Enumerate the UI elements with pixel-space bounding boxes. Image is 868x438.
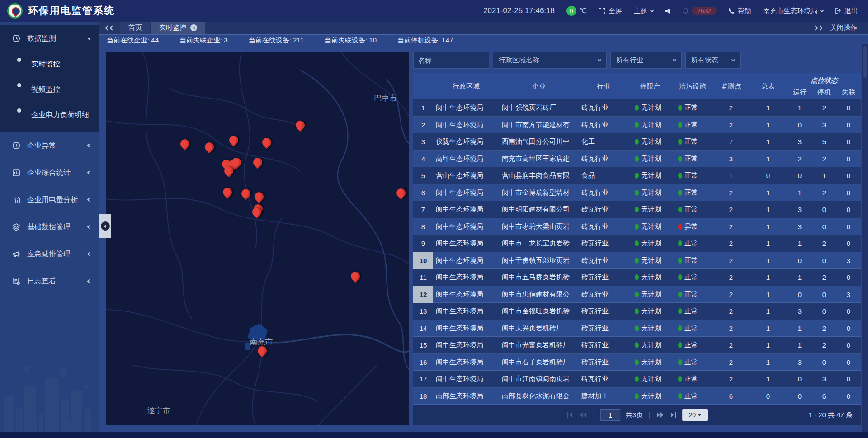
cell-treatment-status: 正常: [672, 151, 713, 168]
column-run: 运行: [788, 85, 812, 99]
notification-count-badge: 2632: [692, 7, 717, 15]
sidebar-item-基础数据管理[interactable]: 基础数据管理: [0, 213, 99, 240]
sidebar-item-企业综合统计[interactable]: 企业综合统计: [0, 159, 99, 186]
cell-row-number: 2: [413, 117, 433, 134]
tabs-scroll-left-button[interactable]: [99, 22, 120, 34]
cell-lost-count: 3: [836, 286, 861, 303]
cell-row-number: 12: [413, 286, 433, 303]
map-city-label: 巴中市: [374, 93, 397, 104]
cell-region: 阆中生态环境局: [433, 269, 499, 286]
sidebar-group: 企业综合统计: [0, 159, 99, 186]
status-dot-green: [678, 274, 682, 280]
table-row[interactable]: 5营山生态环境局营山县润丰肉食品有限食品无计划正常10010: [413, 167, 861, 184]
table-row[interactable]: 14阆中生态环境局阆中大兴页岩机砖厂砖瓦行业无计划正常21120: [413, 320, 861, 337]
status-filter-select[interactable]: 所有状态: [685, 52, 741, 69]
cell-monitor-count: 2: [713, 184, 749, 202]
cell-production-status: 无计划: [628, 218, 672, 235]
industry-filter-select[interactable]: 所有行业: [610, 52, 682, 69]
double-chevron-right-icon[interactable]: [814, 26, 822, 30]
next-page-button[interactable]: [656, 412, 664, 418]
column-stop: 停机: [812, 85, 836, 99]
chevron-down-icon: [598, 57, 601, 61]
status-dot-green: [678, 325, 682, 331]
first-page-button[interactable]: [566, 412, 574, 418]
cell-meter-count: 1: [749, 133, 788, 151]
cell-row-number: 1: [413, 99, 433, 117]
column-company: 企业: [499, 73, 579, 99]
cell-stop-count: 0: [812, 218, 836, 235]
last-page-button[interactable]: [670, 412, 677, 418]
tabs-container: 首页实时监控✕: [120, 22, 206, 34]
close-operations-button[interactable]: 关闭操作: [830, 24, 857, 32]
table-row[interactable]: 3仪陇生态环境局西南油气田分公司川中化工无计划正常71350: [413, 133, 861, 151]
stat-item: 当前失联企业: 3: [179, 36, 228, 45]
sidebar-item-日志查看[interactable]: 日志查看: [0, 268, 99, 295]
table-row[interactable]: 15阆中生态环境局阆中市光富页岩机砖厂砖瓦行业无计划正常21120: [413, 337, 861, 354]
cell-company: 阆中市忠信建材有限公: [499, 286, 579, 303]
sidebar-item-企业用电量分析[interactable]: 企业用电量分析: [0, 186, 99, 213]
org-dropdown[interactable]: 南充市生态环境局: [763, 7, 823, 15]
page-input[interactable]: [600, 409, 620, 421]
cell-company: 阆中市二龙长宝页岩砖: [499, 235, 579, 252]
notifications[interactable]: 2632: [683, 7, 717, 15]
status-dot-green: [635, 359, 639, 365]
page-size-select[interactable]: 20: [682, 409, 708, 421]
table-row[interactable]: 18南部生态环境局南部县双化水泥有限公建材加工无计划正常60060: [413, 388, 861, 405]
table-row[interactable]: 2阆中生态环境局阆中市南方节能建材有砖瓦行业无计划正常21030: [413, 117, 861, 134]
exit-button[interactable]: 退出: [835, 7, 858, 15]
table-row[interactable]: 6阆中生态环境局阆中市金博瑞新型墙材砖瓦行业无计划正常21120: [413, 184, 861, 202]
cell-meter-count: 1: [749, 99, 788, 117]
table-row[interactable]: 9阆中生态环境局阆中市二龙长宝页岩砖砖瓦行业无计划正常21120: [413, 235, 861, 252]
column-production: 停限产: [628, 73, 672, 99]
cell-meter-count: 0: [749, 167, 788, 184]
total-pages-label: 共3页: [626, 411, 643, 419]
vertical-scrollbar[interactable]: [862, 44, 868, 432]
sidebar-item-企业异常[interactable]: 企业异常: [0, 132, 99, 159]
help-button[interactable]: 帮助: [728, 7, 751, 15]
table-row[interactable]: 10阆中生态环境局阆中千佛镇五郎垭页岩砖瓦行业无计划正常21003: [413, 252, 861, 269]
cell-monitor-count: 2: [713, 354, 749, 371]
cell-treatment-status: 正常: [672, 337, 713, 354]
chevron-left-icon: [87, 171, 91, 174]
table-row[interactable]: 11阆中生态环境局阆中市五马桥页岩机砖砖瓦行业无计划正常21120: [413, 269, 861, 286]
speaker-muted-icon[interactable]: [665, 8, 671, 14]
status-dot-green: [678, 359, 682, 365]
tab-首页[interactable]: 首页: [120, 22, 150, 34]
cell-industry: 砖瓦行业: [579, 337, 628, 354]
table-row[interactable]: 17阆中生态环境局阆中市江南镇阆南页岩砖瓦行业无计划正常21030: [413, 371, 861, 388]
cell-production-status: 无计划: [628, 320, 672, 337]
stat-item: 当前在线企业: 44: [107, 36, 159, 45]
cell-lost-count: 0: [836, 133, 861, 151]
table-row[interactable]: 16阆中生态环境局阆中市石子页岩机砖厂砖瓦行业无计划正常21300: [413, 354, 861, 371]
prev-page-button[interactable]: [579, 412, 587, 418]
sidebar-subitem-实时监控[interactable]: 实时监控: [19, 52, 99, 77]
sidebar-item-数据监测[interactable]: 数据监测: [0, 25, 99, 52]
map-collapse-button[interactable]: [99, 214, 111, 238]
table-row[interactable]: 13阆中生态环境局阆中市金福旺页岩机砖砖瓦行业无计划正常21300: [413, 303, 861, 320]
fullscreen-button[interactable]: 全屏: [599, 7, 622, 15]
sidebar-group: 基础数据管理: [0, 213, 99, 240]
scrollbar-thumb[interactable]: [863, 46, 867, 78]
region-filter-select[interactable]: 行政区域名称: [493, 52, 607, 69]
theme-dropdown[interactable]: 主题: [634, 7, 653, 15]
sidebar-group: 应急减排管理: [0, 240, 99, 268]
cell-industry: 建材加工: [579, 388, 628, 405]
tab-close-icon[interactable]: ✕: [190, 24, 197, 31]
table-row[interactable]: 7阆中生态环境局阆中明阳建材有限公司砖瓦行业无计划正常21300: [413, 201, 861, 218]
cell-meter-count: 1: [749, 218, 788, 235]
map-panel[interactable]: 巴中市南充市遂宁市: [106, 52, 409, 425]
sidebar-subitem-企业电力负荷明细[interactable]: 企业电力负荷明细: [19, 102, 99, 127]
table-row[interactable]: 4高坪生态环境局南充市高坪区王家店建砖瓦行业无计划正常31220: [413, 151, 861, 168]
table-row[interactable]: 8阆中生态环境局阆中市枣碧大梁山页岩砖瓦行业无计划异常21300: [413, 218, 861, 235]
cell-industry: 砖瓦行业: [579, 371, 628, 388]
cell-stop-count: 2: [812, 320, 836, 337]
cell-lost-count: 0: [836, 354, 861, 371]
sidebar-item-应急减排管理[interactable]: 应急减排管理: [0, 240, 99, 268]
tab-实时监控[interactable]: 实时监控✕: [151, 22, 205, 34]
sidebar-subitem-视频监控[interactable]: 视频监控: [19, 77, 99, 102]
table-row[interactable]: 1阆中生态环境局阆中强锐页岩砖厂砖瓦行业无计划正常21120: [413, 99, 861, 117]
cell-row-number: 9: [413, 235, 433, 252]
cell-region: 阆中生态环境局: [433, 371, 499, 388]
table-row[interactable]: 12阆中生态环境局阆中市忠信建材有限公砖瓦行业无计划正常21003: [413, 286, 861, 303]
name-filter-input[interactable]: [413, 52, 489, 69]
